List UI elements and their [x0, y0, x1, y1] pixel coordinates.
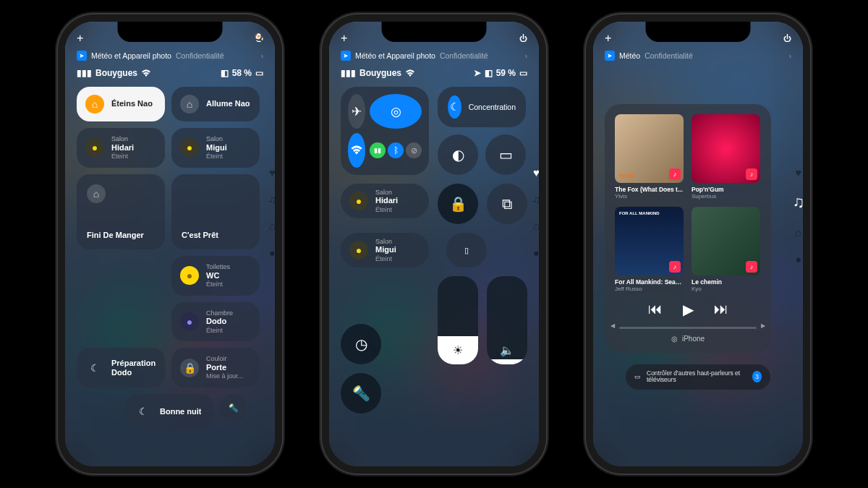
rewind-button[interactable]: ⏮ — [648, 301, 663, 318]
accessory-wc[interactable]: ● ToilettesWCÉteint — [171, 256, 260, 296]
add-icon[interactable]: + — [341, 32, 347, 45]
rotation-lock-icon: 🔒 — [449, 195, 467, 213]
accessory-hidari[interactable]: ● SalonHidariÉteint — [341, 184, 429, 218]
banner-section: Confidentialité — [644, 51, 693, 60]
now-playing-card: YLVIS♪ The Fox (What Does t... Ylvis ♪ P… — [605, 104, 771, 353]
privacy-banner[interactable]: ➤ Météo Confidentialité › — [605, 51, 791, 61]
music-icon[interactable]: ♫ — [793, 193, 804, 212]
timer-icon: ◷ — [355, 335, 367, 353]
airplane-toggle[interactable]: ✈ — [348, 94, 365, 129]
home-page-icon[interactable]: ⌂ — [269, 220, 275, 232]
wifi-toggle[interactable] — [348, 133, 365, 168]
album-4[interactable]: ♪ Le chemin Kyo — [692, 207, 761, 292]
carrier: Bouygues — [95, 68, 137, 78]
battery-icon: ◧ — [485, 68, 493, 78]
home-page-icon[interactable]: ⌂ — [795, 226, 801, 239]
forward-button[interactable]: ⏭ — [714, 301, 728, 318]
battery-pct: 59 % — [496, 68, 516, 78]
dark-mode-button[interactable]: ◐ — [438, 134, 478, 175]
phone-now-playing: + ⏻ ➤ Météo Confidentialité › YLVIS♪ The… — [586, 14, 810, 474]
flashlight-button[interactable]: 🔦 — [220, 394, 247, 421]
scene-label: Allume Nao — [206, 99, 250, 108]
music-icon[interactable]: ♫ — [532, 193, 539, 205]
carrier: Bouygues — [359, 68, 401, 78]
accessory-hidari[interactable]: ● SalonHidariÉteint — [77, 128, 165, 168]
connectivity-module[interactable]: ✈ ◎ ▮▮ ᛒ ⊘ — [341, 87, 429, 175]
banner-app: Météo et Appareil photo — [355, 51, 435, 60]
home-page-icon[interactable]: ⌂ — [533, 220, 539, 232]
music-app-badge: ♪ — [746, 261, 757, 273]
notch — [646, 22, 751, 42]
dot-icon[interactable]: ● — [269, 247, 275, 259]
low-power-button[interactable]: ▭ — [485, 134, 526, 175]
device-count: 3 — [752, 371, 762, 382]
scene-preparation-dodo[interactable]: ☾ Préparation Dodo — [77, 348, 165, 388]
accessory-porte[interactable]: 🔒 CouloirPorteMise à jour... — [171, 348, 260, 388]
notch — [382, 22, 487, 42]
privacy-banner[interactable]: ➤ Météo et Appareil photo Confidentialit… — [77, 51, 263, 61]
bulb-icon: ● — [349, 192, 368, 210]
cellular-toggle[interactable]: ▮▮ — [370, 142, 386, 158]
output-device[interactable]: ◎ iPhone — [615, 335, 761, 343]
apple-tv-remote-button[interactable]: ▯ — [446, 233, 487, 267]
lock-icon: 🔒 — [180, 359, 199, 377]
play-button[interactable]: ▶ — [683, 301, 694, 318]
rotation-lock-button[interactable]: 🔒 — [438, 184, 478, 224]
bulb-icon: ● — [180, 312, 199, 331]
banner-section: Confidentialité — [440, 51, 488, 60]
airdrop-toggle[interactable]: ◎ — [370, 94, 422, 129]
scene-allume-nao[interactable]: ⌂ Allume Nao — [171, 87, 260, 121]
heart-icon[interactable]: ♥ — [795, 166, 801, 179]
battery-icon: ▭ — [499, 146, 513, 163]
accessory-migui[interactable]: ● SalonMiguiÉteint — [171, 128, 260, 168]
music-icon[interactable]: ♫ — [268, 193, 275, 205]
flashlight-button[interactable]: 🔦 — [341, 373, 381, 414]
bulb-icon: ● — [85, 138, 104, 157]
volume-slider[interactable] — [619, 327, 757, 329]
music-app-badge: ♪ — [669, 168, 681, 180]
album-1[interactable]: YLVIS♪ The Fox (What Does t... Ylvis — [615, 114, 684, 200]
playback-controls: ⏮ ▶ ⏭ — [615, 301, 761, 318]
scene-cest-pret[interactable]: 🍳 C'est Prêt — [171, 174, 260, 249]
chevron-right-icon: › — [525, 52, 527, 60]
album-art: ♪ — [692, 207, 760, 275]
album-2[interactable]: ♪ Pop'n'Gum Superbus — [692, 114, 761, 200]
heart-icon[interactable]: ♥ — [269, 166, 275, 179]
bulb-icon: ● — [349, 241, 368, 260]
album-3[interactable]: FOR ALL MANKIND♪ For All Mankind: Seas..… — [615, 207, 684, 292]
status-bar: ▮▮▮Bouygues ◧58 %▭ — [77, 68, 263, 78]
hotspot-toggle[interactable]: ⊘ — [406, 142, 422, 158]
home-icon: ⌂ — [85, 95, 104, 114]
privacy-banner[interactable]: ➤ Météo et Appareil photo Confidentialit… — [341, 51, 527, 61]
other-speakers-button[interactable]: ▭ Contrôler d'autres haut-parleurs et té… — [626, 364, 770, 390]
add-icon[interactable]: + — [605, 32, 611, 45]
power-icon[interactable]: ⏻ — [519, 34, 527, 43]
focus-button[interactable]: ☾ Concentration — [438, 87, 526, 127]
timer-button[interactable]: ◷ — [341, 324, 381, 364]
heart-icon[interactable]: ♥ — [533, 166, 539, 179]
scene-fini-manger[interactable]: ⌂ Fini De Manger — [77, 174, 165, 249]
flashlight-icon: 🔦 — [352, 385, 370, 402]
volume-slider[interactable]: 🔈 — [487, 276, 527, 364]
notch — [118, 22, 223, 42]
dot-icon[interactable]: ● — [533, 247, 539, 259]
home-icon: ⌂ — [180, 95, 199, 114]
brightness-slider[interactable]: ☀ — [438, 276, 478, 364]
add-icon[interactable]: + — [77, 32, 83, 45]
screen-mirror-button[interactable]: ⧉ — [487, 184, 527, 224]
accessory-migui[interactable]: ● SalonMiguiÉteint — [341, 233, 429, 267]
album-art: FOR ALL MANKIND♪ — [615, 207, 684, 275]
power-icon[interactable]: ⏻ — [783, 34, 791, 43]
scene-eteins-nao[interactable]: ⌂ Éteins Nao — [77, 87, 165, 121]
airplay-icon: ⧉ — [502, 196, 512, 213]
moon-icon: ☾ — [85, 359, 104, 377]
dot-icon[interactable]: ● — [795, 253, 801, 265]
banner-app: Météo et Appareil photo — [91, 51, 171, 60]
focus-label: Concentration — [469, 103, 516, 111]
bulb-icon: ● — [180, 266, 199, 285]
page-indicators: ♥ ♫ ⌂ ● — [793, 166, 804, 265]
scene-bonne-nuit[interactable]: ☾ Bonne nuit — [125, 394, 213, 429]
location-icon: ➤ — [341, 51, 351, 61]
accessory-dodo[interactable]: ● ChambreDodoÉteint — [171, 302, 260, 342]
bluetooth-toggle[interactable]: ᛒ — [388, 142, 404, 158]
